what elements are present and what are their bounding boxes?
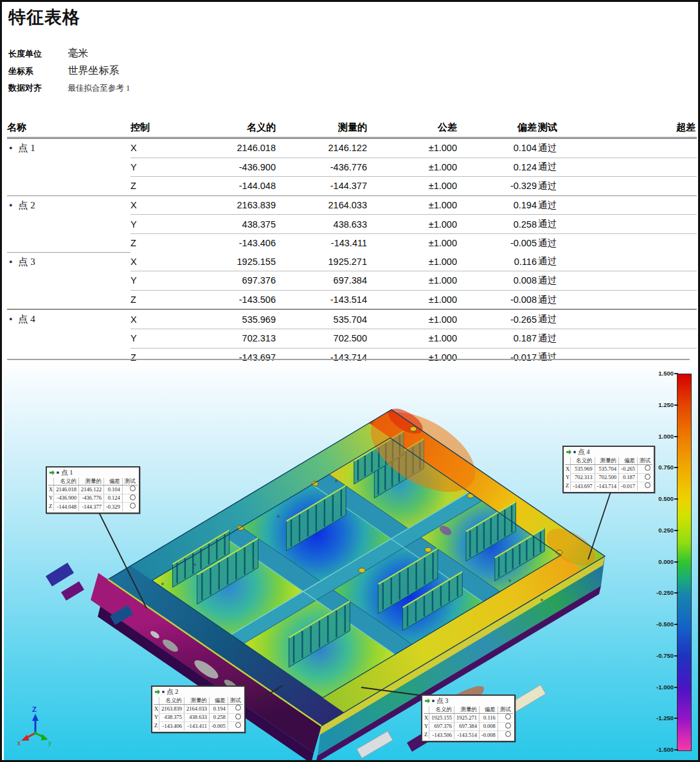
callout-col-header: 偏差: [619, 457, 638, 465]
callout-table: 名义的测量的偏差测试X2146.0182146.1220.104Y-436.90…: [48, 478, 138, 511]
test-cell: [122, 503, 138, 511]
axis-label: Y: [48, 494, 54, 503]
measured-value: 697.384: [454, 722, 480, 731]
measured-value: -143.514: [454, 731, 480, 739]
tolerance-cell: ±1.000: [368, 195, 458, 215]
nominal-value: -144.048: [54, 503, 79, 511]
test-pass-circle-icon: [645, 465, 651, 471]
test-result-cell: 通过: [538, 253, 624, 271]
deviation-value: 0.124: [103, 494, 122, 503]
col-test: 测试: [538, 122, 624, 138]
measured-value: -144.377: [79, 503, 104, 511]
meta-value: 世界坐标系: [67, 65, 119, 76]
goto-arrow-icon: [49, 470, 55, 475]
measured-cell: -143.514: [277, 290, 368, 309]
test-result-cell: 通过: [538, 329, 624, 348]
axis-label: Z: [154, 722, 159, 730]
point-name-cell: ●点 3: [7, 253, 130, 271]
nominal-value: 702.313: [571, 473, 595, 482]
col-measured: 测量的: [277, 122, 368, 138]
nominal-cell: 697.376: [181, 271, 277, 291]
callout-point-3: 点 3名义的测量的偏差测试X1925.1551925.2710.116Y697.…: [421, 694, 516, 742]
test-pass-circle-icon: [505, 723, 511, 729]
model-3d-scene: Z x y: [4, 361, 700, 762]
out-tolerance-cell: [624, 138, 697, 158]
out-tolerance-cell: [624, 271, 697, 291]
test-pass-circle-icon: [505, 714, 511, 720]
color-scale-label: -0.250: [640, 589, 674, 596]
callout-col-header: 名义的: [571, 457, 595, 465]
deviation-cell: -0.008: [458, 290, 538, 309]
callout-col-header: 测量的: [595, 457, 618, 465]
callout-row: Z-143.697-143.714-0.017: [565, 482, 652, 491]
meta-value: 毫米: [67, 48, 88, 59]
nominal-cell: -436.900: [181, 158, 277, 177]
callout-col-header: 测量的: [79, 478, 104, 485]
point-feature-icon: [162, 691, 165, 693]
tolerance-cell: ±1.000: [368, 233, 458, 252]
deviation-value: 0.008: [479, 722, 498, 731]
callout-point-1: 点 1名义的测量的偏差测试X2146.0182146.1220.104Y-436…: [46, 466, 140, 514]
tolerance-cell: ±1.000: [368, 138, 458, 158]
callout-row: Z-143.506-143.514-0.008: [424, 731, 513, 739]
measured-value: -143.714: [595, 482, 618, 491]
measured-cell: 2146.122: [277, 138, 368, 158]
control-cell: X: [130, 195, 181, 215]
col-nominal: 名义的: [181, 122, 277, 138]
col-control: 控制: [130, 122, 181, 138]
control-cell: Y: [130, 271, 181, 291]
callout-table: 名义的测量的偏差测试X1925.1551925.2710.116Y697.376…: [424, 706, 513, 739]
nominal-cell: 438.375: [181, 215, 277, 234]
test-result-cell: 通过: [538, 233, 624, 252]
point-bullet-icon: ●: [9, 202, 12, 208]
out-tolerance-cell: [624, 158, 697, 177]
callout-point-4: 点 4名义的测量的偏差测试X535.969535.704-0.265Y702.3…: [562, 446, 655, 493]
test-pass-circle-icon: [235, 705, 241, 711]
out-tolerance-cell: [624, 215, 697, 234]
test-pass-circle-icon: [130, 485, 136, 491]
col-out-tol: 超差: [624, 122, 697, 138]
nominal-cell: 2146.018: [181, 138, 277, 158]
point-name-cell: [7, 271, 130, 291]
callout-title: 点 3: [436, 696, 448, 705]
color-scale-label: 1.250: [640, 401, 674, 408]
deviation-cell: 0.194: [458, 195, 538, 215]
test-cell: [638, 482, 653, 491]
out-tolerance-cell: [624, 177, 697, 196]
measured-value: 2146.122: [79, 485, 104, 494]
callout-row: Z-144.048-144.377-0.329: [48, 503, 138, 511]
measured-cell: -436.776: [277, 158, 368, 177]
color-scale-tick: [674, 718, 678, 719]
axis-label: X: [48, 485, 54, 494]
callout-title-bar: 点 1: [47, 467, 139, 477]
measured-value: 438.633: [184, 713, 210, 722]
color-scale-label: -1.250: [640, 714, 674, 721]
tolerance-cell: ±1.000: [368, 158, 458, 177]
deviation-cell: 0.187: [458, 329, 538, 348]
control-cell: Z: [130, 290, 181, 309]
measured-cell: -144.377: [277, 177, 368, 196]
test-cell: [228, 713, 243, 722]
measured-cell: 535.704: [277, 309, 368, 329]
callout-title: 点 1: [61, 468, 73, 477]
model-3d-viewport: Z x y: [4, 361, 700, 762]
color-scale-label: 1.000: [640, 433, 674, 440]
callout-col-header: 测量的: [454, 706, 480, 714]
nominal-cell: -143.506: [181, 290, 277, 309]
measured-value: -143.411: [184, 722, 210, 730]
test-pass-circle-icon: [235, 722, 241, 728]
color-scale-tick: [674, 592, 678, 594]
deviation-value: -0.265: [619, 465, 638, 474]
test-cell: [228, 705, 243, 714]
nominal-value: -436.900: [54, 494, 79, 503]
tolerance-cell: ±1.000: [368, 309, 458, 329]
col-name: 名称: [7, 122, 130, 138]
test-result-cell: 通过: [538, 177, 624, 196]
axis-label: X: [154, 705, 159, 714]
table-bottom-rule: [7, 359, 690, 360]
control-cell: X: [130, 309, 181, 329]
measured-value: 1925.271: [454, 714, 480, 723]
out-tolerance-cell: [624, 233, 697, 252]
test-cell: [638, 473, 653, 482]
tolerance-cell: ±1.000: [368, 253, 458, 271]
